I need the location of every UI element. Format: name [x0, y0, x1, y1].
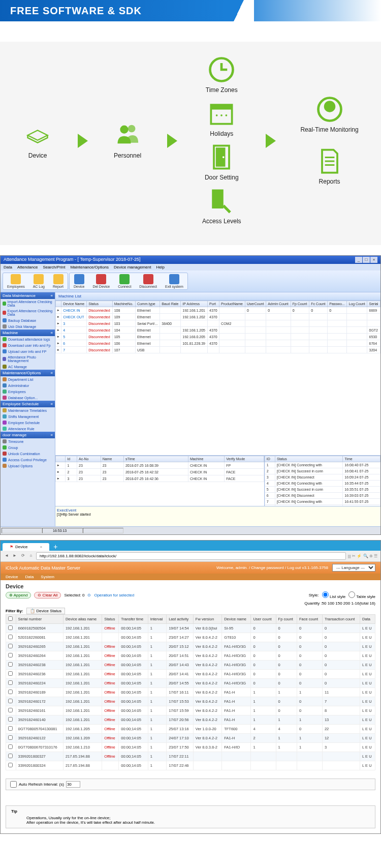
- sidebar-item[interactable]: Upload user info and FP: [1, 348, 55, 354]
- sidebar-item[interactable]: Upload Options: [1, 463, 55, 469]
- row-checkbox[interactable]: [8, 662, 13, 667]
- row-checkbox[interactable]: [8, 653, 13, 657]
- sidebar-item[interactable]: Unlock Combination: [1, 451, 55, 457]
- status-grid[interactable]: IDStatusTime1[CHECK IN] Connecting with1…: [264, 456, 380, 506]
- table-row[interactable]: 3929182460161192.168.1.201Offline00:00;1…: [6, 706, 375, 715]
- menu-item[interactable]: Search/Print: [43, 265, 65, 270]
- table-row[interactable]: 3399201800327217.65.194.88Offline00:00;1…: [6, 752, 375, 761]
- operation-link[interactable]: Operation for selected: [94, 593, 134, 597]
- auto-refresh-bar[interactable]: Auto Refresh Interval: (s): [6, 779, 375, 790]
- table-row[interactable]: 6669182500504192.168.1.201Offline00:00;1…: [6, 624, 375, 633]
- menu-item[interactable]: Device management: [114, 265, 151, 270]
- toolbar-connect-button[interactable]: Connect: [114, 273, 135, 289]
- sidebar-item[interactable]: Shifts Management: [1, 413, 55, 420]
- row-checkbox[interactable]: [8, 717, 13, 722]
- sidebar-item[interactable]: Database Option...: [1, 395, 55, 401]
- table-row[interactable]: 5203182260081192.168.1.20100:00;14:05123…: [6, 633, 375, 642]
- language-select[interactable]: --- Language ---: [332, 564, 375, 572]
- forward-icon[interactable]: ►: [12, 553, 18, 559]
- row-checkbox[interactable]: [8, 744, 13, 749]
- sidebar-item[interactable]: AC Manage: [1, 364, 55, 370]
- sidebar-group-header[interactable]: Maintenance/Options«: [1, 370, 55, 376]
- auto-refresh-checkbox[interactable]: [10, 781, 17, 788]
- sidebar-item[interactable]: Administrator: [1, 382, 55, 388]
- menu-bar[interactable]: DataAttendanceSearch/PrintMaintenance/Op…: [1, 264, 380, 271]
- table-style-radio[interactable]: Table style: [348, 591, 375, 599]
- row-checkbox[interactable]: [8, 726, 13, 731]
- table-row[interactable]: 0GT708005704130081192.168.1.205Offline00…: [6, 725, 375, 734]
- home-icon[interactable]: ⌂: [28, 553, 34, 559]
- web-menu-item[interactable]: Device: [6, 575, 18, 579]
- clear-all-button[interactable]: ⊖ Clear All: [34, 592, 61, 598]
- row-checkbox[interactable]: [8, 754, 13, 758]
- sidebar-group-header[interactable]: Machine«: [1, 330, 55, 336]
- table-row[interactable]: 0GT708006707310176192.168.1.210Offline00…: [6, 743, 375, 752]
- url-input[interactable]: http://192.168.1.88:8082/iclock/data/icl…: [36, 552, 346, 560]
- sidebar-item[interactable]: Group: [1, 444, 55, 451]
- device-table[interactable]: Serial numberDevice alias nameStatusTran…: [6, 614, 375, 770]
- sidebar-group-header[interactable]: Data Maintenance«: [1, 292, 55, 299]
- toolbar-del-device-button[interactable]: Del Device: [88, 273, 114, 289]
- table-row[interactable]: 3929182460140192.168.1.201Offline00:00;1…: [6, 715, 375, 725]
- table-row[interactable]: 3929182460236192.168.1.201Offline00:00;1…: [6, 670, 375, 679]
- browser-tab[interactable]: ⚑Device×: [3, 543, 49, 551]
- sidebar-item[interactable]: Export Attendance Checking Data: [1, 308, 55, 317]
- table-row[interactable]: 3929182460224192.168.1.201Offline00:00;1…: [6, 679, 375, 688]
- page-menu[interactable]: DeviceDataSystem: [1, 574, 380, 580]
- row-checkbox[interactable]: [8, 735, 13, 740]
- sidebar-item[interactable]: Download attendance logs: [1, 336, 55, 342]
- table-row[interactable]: 3929182460122192.168.1.209Offline00:00;1…: [6, 734, 375, 743]
- new-tab-button[interactable]: +: [49, 543, 61, 551]
- sidebar-group-header[interactable]: Employee Schedule«: [1, 401, 55, 407]
- list-style-radio[interactable]: List style: [322, 591, 345, 599]
- machine-list-grid[interactable]: Device NameStatusMachineNo.Comm.typeBaud…: [55, 301, 380, 455]
- web-menu-item[interactable]: System: [41, 575, 54, 579]
- sidebar-item[interactable]: Maintenance Timetables: [1, 407, 55, 413]
- interval-input[interactable]: [66, 781, 80, 788]
- table-row[interactable]: 3929182460189192.168.1.201Offline00:00;1…: [6, 688, 375, 697]
- sidebar-item[interactable]: Backup Database: [1, 317, 55, 323]
- sidebar-item[interactable]: Usb Disk Manage: [1, 323, 55, 330]
- menu-item[interactable]: Help: [156, 265, 164, 270]
- log-grid[interactable]: IdAc-NoNamesTimeMachineVerify Mode▸12323…: [55, 456, 264, 506]
- row-checkbox[interactable]: [8, 708, 13, 712]
- toolbar-disconnect-button[interactable]: Disconnect: [135, 273, 161, 289]
- menu-item[interactable]: Maintenance/Options: [70, 265, 109, 270]
- row-checkbox[interactable]: [8, 625, 13, 630]
- window-titlebar[interactable]: Attendance Management Program - [ Temp-S…: [1, 256, 380, 264]
- sidebar-item[interactable]: Attendance Photo Management: [1, 354, 55, 364]
- menu-item[interactable]: Attendance: [17, 265, 38, 270]
- toolbar-report-button[interactable]: Report: [49, 273, 68, 289]
- table-row[interactable]: 3929182460238192.168.1.201Offline00:00;1…: [6, 661, 375, 670]
- toolbar-exit-system-button[interactable]: Exit system: [161, 273, 187, 289]
- table-row[interactable]: 3929182460264192.168.1.201Offline00:00;1…: [6, 651, 375, 661]
- window-controls[interactable]: _□×: [355, 257, 377, 263]
- sidebar-item[interactable]: Download user info and Fp: [1, 342, 55, 348]
- web-menu-item[interactable]: Data: [25, 575, 34, 579]
- back-icon[interactable]: ◄: [4, 553, 10, 559]
- sidebar-item[interactable]: Department List: [1, 376, 55, 382]
- sidebar-item[interactable]: Employee Schedule: [1, 420, 55, 426]
- filter-tab[interactable]: 📋 Device Status: [26, 608, 65, 614]
- sidebar-item[interactable]: Access Control Privilege: [1, 457, 55, 463]
- sidebar-item[interactable]: Import Attendance Checking Data: [1, 299, 55, 308]
- row-checkbox[interactable]: [8, 763, 13, 767]
- row-checkbox[interactable]: [8, 699, 13, 703]
- sidebar-item[interactable]: Attendance Rule: [1, 426, 55, 432]
- toolbar-employees-button[interactable]: Employees: [3, 273, 29, 289]
- table-row[interactable]: 3929182460265192.168.1.201Offline00:00;1…: [6, 642, 375, 651]
- row-checkbox[interactable]: [8, 680, 13, 685]
- quantity-info[interactable]: Quantity :50 100 150 200 1-16(total 16): [304, 601, 375, 606]
- row-checkbox[interactable]: [8, 635, 13, 639]
- reload-icon[interactable]: ⟳: [20, 553, 26, 559]
- sidebar-item[interactable]: Employees: [1, 388, 55, 395]
- table-row[interactable]: 3929182460172192.168.1.201Offline00:00;1…: [6, 697, 375, 706]
- menu-item[interactable]: Data: [4, 265, 12, 270]
- sidebar-item[interactable]: Timezone: [1, 438, 55, 444]
- browser-tabstrip[interactable]: ⚑Device× +: [1, 541, 380, 551]
- table-row[interactable]: 3399201800324217.65.194.8800:00;14:05117…: [6, 761, 375, 770]
- append-button[interactable]: ⊕ Append: [6, 592, 31, 598]
- toolbar-device-button[interactable]: Device: [70, 273, 88, 289]
- row-checkbox[interactable]: [8, 671, 13, 676]
- toolbar-ac-log-button[interactable]: AC Log: [29, 273, 49, 289]
